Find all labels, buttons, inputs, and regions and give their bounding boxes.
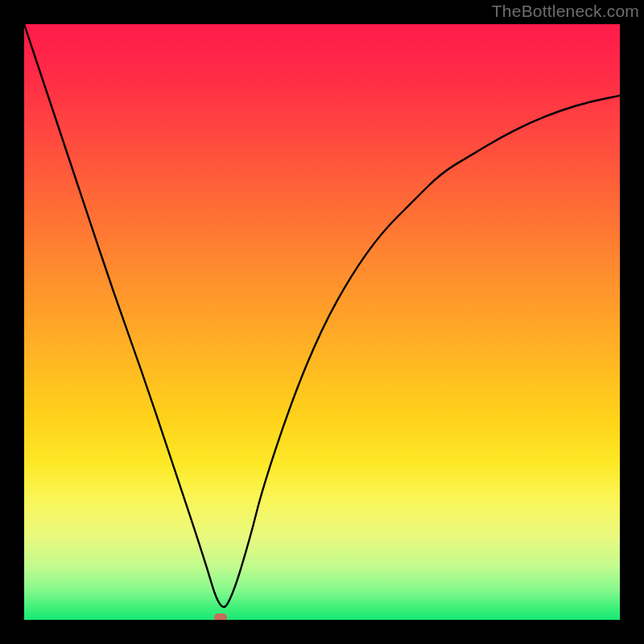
plot-area — [24, 24, 620, 620]
chart-frame: TheBottleneck.com — [0, 0, 644, 644]
optimal-point-marker — [214, 613, 227, 620]
bottleneck-curve — [24, 24, 620, 620]
watermark-text: TheBottleneck.com — [492, 2, 639, 21]
